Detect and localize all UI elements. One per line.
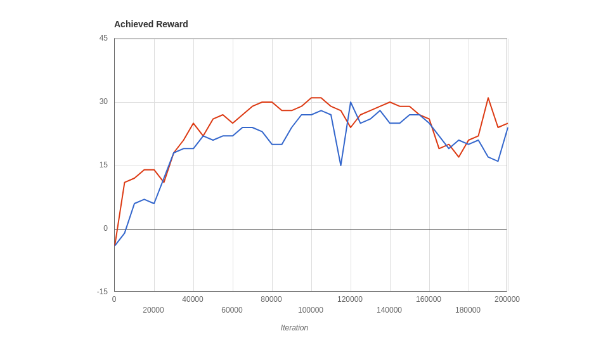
- y-tick: -15: [89, 287, 108, 296]
- chart-lines: [115, 39, 508, 292]
- x-tick: 80000: [261, 295, 282, 304]
- chart-title: Achieved Reward: [114, 19, 188, 29]
- gridline-v: [508, 39, 508, 291]
- x-tick: 120000: [337, 295, 363, 304]
- series-red-line: [115, 98, 508, 245]
- x-tick: 40000: [182, 295, 203, 304]
- y-tick: 15: [89, 160, 108, 169]
- x-axis-label: Iteration: [0, 323, 589, 332]
- chart-container: Achieved Reward 020000400006000080000100…: [0, 0, 589, 364]
- x-tick: 200000: [495, 295, 520, 304]
- y-tick: 45: [89, 34, 108, 42]
- x-tick: 0: [112, 295, 117, 304]
- series-blue-line: [115, 102, 508, 246]
- x-tick: 20000: [143, 306, 164, 315]
- x-tick: 60000: [221, 306, 242, 315]
- x-tick: 100000: [298, 306, 323, 315]
- plot-area: [114, 38, 507, 292]
- y-tick: 30: [89, 97, 108, 106]
- x-tick: 160000: [416, 295, 441, 304]
- y-tick: 0: [89, 224, 108, 233]
- x-tick: 180000: [455, 306, 481, 315]
- x-tick: 140000: [377, 306, 402, 315]
